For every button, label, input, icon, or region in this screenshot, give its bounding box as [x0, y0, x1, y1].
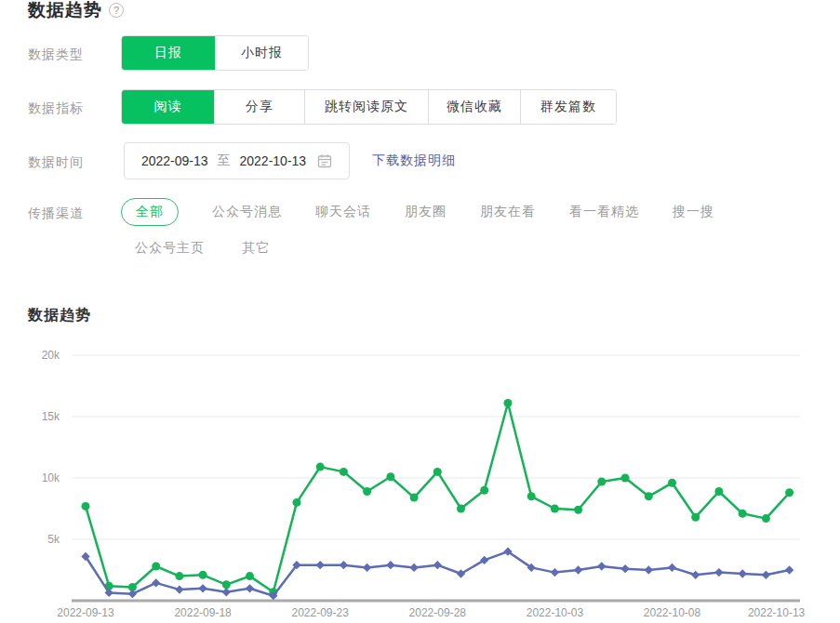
data-time-label: 数据时间 — [28, 154, 84, 171]
data-metric-label: 数据指标 — [28, 100, 84, 117]
svg-text:2022-09-13: 2022-09-13 — [57, 606, 114, 619]
svg-text:20k: 20k — [42, 349, 60, 362]
svg-text:2022-09-23: 2022-09-23 — [292, 606, 350, 619]
date-separator: 至 — [218, 152, 231, 169]
channel-label: 传播渠道 — [28, 205, 84, 222]
tab-jump-to-original[interactable]: 跳转阅读原文 — [304, 90, 428, 124]
data-trend-page: 数据趋势 ? 数据类型 日报 小时报 数据指标 阅读 分享 跳转阅读原文 微信收… — [0, 0, 840, 623]
download-data-link[interactable]: 下载数据明细 — [372, 152, 456, 169]
svg-text:10k: 10k — [42, 471, 60, 484]
chart-section-title: 数据趋势 — [28, 306, 91, 325]
channel-top-stories-featured[interactable]: 看一看精选 — [569, 204, 639, 220]
tab-read[interactable]: 阅读 — [122, 90, 214, 124]
svg-text:2022-09-18: 2022-09-18 — [174, 606, 232, 619]
channel-other[interactable]: 其它 — [242, 240, 270, 257]
channel-official-account-homepage[interactable]: 公众号主页 — [135, 240, 205, 257]
tab-hourly-report[interactable]: 小时报 — [215, 36, 308, 70]
channel-all[interactable]: 全部 — [121, 198, 179, 226]
channel-list-row2: 公众号主页 其它 — [135, 240, 270, 257]
channel-friends-reading[interactable]: 朋友在看 — [480, 204, 536, 220]
svg-text:15k: 15k — [42, 410, 60, 423]
trend-line-chart: 20k15k10k5k2022-09-132022-09-182022-09-2… — [28, 344, 840, 623]
tab-wechat-favorite[interactable]: 微信收藏 — [428, 90, 520, 124]
help-icon[interactable]: ? — [109, 3, 124, 18]
date-range-picker[interactable]: 2022-09-13 至 2022-10-13 — [124, 142, 350, 179]
tab-daily-report[interactable]: 日报 — [122, 36, 215, 70]
data-type-segmented-control: 日报 小时报 — [121, 35, 309, 71]
calendar-icon — [317, 153, 332, 168]
date-start: 2022-09-13 — [141, 153, 208, 168]
channel-search[interactable]: 搜一搜 — [673, 204, 714, 220]
tab-mass-send-count[interactable]: 群发篇数 — [520, 90, 616, 124]
channel-moments[interactable]: 朋友圈 — [405, 204, 447, 220]
channel-chat-session[interactable]: 聊天会话 — [315, 204, 371, 220]
tab-share[interactable]: 分享 — [214, 90, 304, 124]
svg-text:2022-10-13: 2022-10-13 — [748, 606, 806, 619]
svg-text:2022-10-08: 2022-10-08 — [644, 606, 701, 619]
page-title: 数据趋势 — [28, 0, 102, 22]
svg-text:2022-10-03: 2022-10-03 — [527, 606, 584, 619]
channel-official-account-message[interactable]: 公众号消息 — [212, 204, 282, 220]
date-end: 2022-10-13 — [240, 153, 307, 168]
svg-text:2022-09-28: 2022-09-28 — [409, 606, 467, 619]
svg-text:5k: 5k — [47, 533, 60, 546]
data-metric-segmented-control: 阅读 分享 跳转阅读原文 微信收藏 群发篇数 — [121, 89, 617, 125]
channel-list-row1: 全部 公众号消息 聊天会话 朋友圈 朋友在看 看一看精选 搜一搜 — [121, 198, 714, 226]
data-type-label: 数据类型 — [28, 46, 84, 63]
